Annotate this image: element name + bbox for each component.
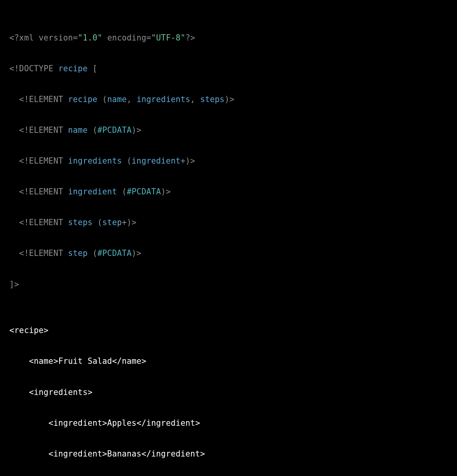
element-name: step [68,249,88,258]
pcdata: #PCDATA [97,125,132,135]
ingredient-text: Bananas [107,449,142,458]
recipe-open-tag: <recipe> [9,323,448,338]
ingredient-text: Apples [107,418,136,428]
element-decl: <!ELEMENT steps (step+)> [9,215,448,231]
ingredient-element: <ingredient>Bananas</ingredient> [9,446,448,462]
element-name: steps [68,218,93,227]
ingredients-open-tag: <ingredients> [9,385,448,400]
element-decl: <!ELEMENT step (#PCDATA)> [9,246,448,261]
code-block: <?xml version="1.0" encoding="UTF-8"?> <… [0,0,457,476]
xml-decl-open: <?xml [9,33,39,42]
doctype-close: ]> [9,277,448,293]
xml-version-key: version [39,33,73,42]
doctype-name: recipe [58,64,87,73]
doctype-open: <!DOCTYPE recipe [ [9,61,448,77]
element-decl: <!ELEMENT ingredient (#PCDATA)> [9,184,448,200]
element-name: name [68,125,88,135]
xml-decl-close: ?> [186,33,195,42]
ingredient-element: <ingredient>Apples</ingredient> [9,416,448,431]
xml-encoding-key: encoding [107,33,146,42]
pcdata: #PCDATA [97,249,132,258]
element-name: ingredients [68,156,122,166]
name-element: <name>Fruit Salad</name> [9,354,448,369]
element-name: recipe [68,95,97,104]
pcdata: #PCDATA [127,187,161,196]
element-decl: <!ELEMENT recipe (name, ingredients, ste… [9,92,448,108]
xml-declaration: <?xml version="1.0" encoding="UTF-8"?> [9,30,448,46]
element-name: ingredient [68,187,117,196]
xml-encoding-val: "UTF-8" [151,33,186,42]
element-decl: <!ELEMENT ingredients (ingredient+)> [9,153,448,169]
recipe-name-text: Fruit Salad [58,356,112,366]
xml-version-val: "1.0" [78,33,103,42]
element-decl: <!ELEMENT name (#PCDATA)> [9,123,448,138]
